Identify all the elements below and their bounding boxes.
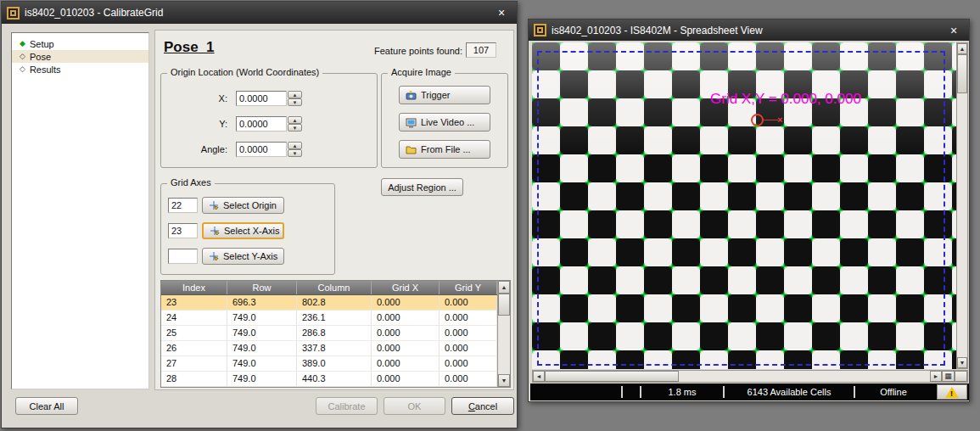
spreadsheet-window-titlebar[interactable]: is8402_010203 - IS8402M - Spreadsheet Vi… bbox=[529, 20, 969, 41]
scroll-right-icon[interactable]: ► bbox=[930, 371, 942, 382]
y-spinner[interactable]: ▲ ▼ bbox=[288, 116, 302, 132]
status-separator bbox=[640, 386, 641, 398]
select-x-axis-button[interactable]: Select X-Axis bbox=[202, 222, 284, 239]
cell-grid-x: 0.000 bbox=[372, 372, 440, 386]
cell-grid-y: 0.000 bbox=[440, 311, 497, 325]
sidebar-item-label: Pose bbox=[30, 52, 51, 62]
angle-spinner[interactable]: ▲ ▼ bbox=[288, 142, 302, 157]
table-row[interactable]: 25 749.0 286.8 0.000 0.000 bbox=[161, 326, 510, 341]
cancel-label: Cancel bbox=[468, 401, 497, 411]
cell-grid-y: 0.000 bbox=[440, 372, 497, 386]
table-row[interactable]: 23 696.3 802.8 0.000 0.000 bbox=[161, 295, 510, 311]
feature-points-label: Feature points found: bbox=[347, 46, 462, 56]
spin-down-icon[interactable]: ▼ bbox=[288, 98, 302, 106]
x-spinner[interactable]: ▲ ▼ bbox=[288, 91, 302, 106]
live-video-icon bbox=[406, 117, 417, 128]
close-icon[interactable]: × bbox=[944, 22, 964, 39]
warning-icon: ! bbox=[945, 387, 959, 398]
origin-index-field[interactable]: 22 bbox=[168, 198, 198, 213]
warning-button[interactable]: ! bbox=[937, 384, 967, 400]
column-header-grid-y: Grid Y bbox=[440, 281, 497, 294]
scroll-down-icon[interactable]: ▼ bbox=[957, 357, 967, 368]
angle-label: Angle: bbox=[161, 144, 227, 154]
scroll-up-icon[interactable]: ▲ bbox=[957, 43, 967, 54]
spin-up-icon[interactable]: ▲ bbox=[288, 142, 302, 149]
cell-grid-x: 0.000 bbox=[372, 326, 440, 340]
origin-location-group: Origin Location (World Coordinates) X: 0… bbox=[160, 73, 378, 168]
table-scrollbar[interactable]: ▲ ▼ bbox=[497, 281, 510, 387]
cell-index: 28 bbox=[161, 372, 227, 386]
page-title: Pose 1 bbox=[164, 39, 215, 56]
setup-tree: ◆ Setup ◇ Pose ◇ Results bbox=[11, 32, 149, 389]
image-horizontal-scrollbar[interactable]: ◄ ► ▦ bbox=[532, 370, 968, 383]
scroll-down-icon[interactable]: ▼ bbox=[498, 374, 510, 387]
resize-corner bbox=[955, 371, 967, 382]
scrollbar-thumb[interactable] bbox=[498, 294, 510, 316]
from-file-button[interactable]: From File ... bbox=[399, 140, 490, 159]
cell-column: 440.3 bbox=[297, 372, 372, 386]
select-y-axis-label: Select Y-Axis bbox=[223, 251, 277, 261]
spin-up-icon[interactable]: ▲ bbox=[288, 116, 302, 124]
y-field[interactable]: 0.0000 bbox=[236, 116, 287, 132]
cell-grid-y: 0.000 bbox=[440, 326, 497, 340]
table-row[interactable]: 24 749.0 236.1 0.000 0.000 bbox=[161, 311, 510, 326]
feature-points-value: 107 bbox=[466, 42, 496, 58]
scroll-left-icon[interactable]: ◄ bbox=[533, 371, 545, 382]
image-vertical-scrollbar[interactable]: ▲ ▼ bbox=[956, 42, 968, 369]
live-video-label: Live Video ... bbox=[421, 117, 474, 127]
table-row[interactable]: 27 749.0 389.0 0.000 0.000 bbox=[161, 356, 510, 372]
trigger-button[interactable]: Trigger bbox=[399, 86, 490, 104]
table-header: Index Row Column Grid X Grid Y bbox=[161, 281, 510, 295]
cell-column: 337.8 bbox=[297, 341, 372, 355]
origin-marker-circle bbox=[751, 114, 764, 126]
image-view[interactable]: Grid X,Y = 0.000, 0.000 × bbox=[532, 42, 956, 369]
ok-button: OK bbox=[384, 397, 445, 415]
select-y-axis-button[interactable]: Select Y-Axis bbox=[202, 248, 284, 265]
cell-index: 25 bbox=[161, 326, 227, 340]
cell-grid-y: 0.000 bbox=[440, 341, 497, 355]
spin-up-icon[interactable]: ▲ bbox=[288, 91, 302, 98]
angle-field[interactable]: 0.0000 bbox=[236, 142, 287, 157]
adjust-region-label: Adjust Region ... bbox=[388, 182, 456, 193]
from-file-label: From File ... bbox=[421, 144, 471, 154]
select-point-icon bbox=[209, 200, 219, 210]
table-row[interactable]: 26 749.0 337.8 0.000 0.000 bbox=[161, 341, 510, 356]
adjust-region-button[interactable]: Adjust Region ... bbox=[381, 178, 463, 196]
close-icon[interactable]: × bbox=[491, 4, 512, 21]
desktop: is8402_010203 - CalibrateGrid × ◆ Setup … bbox=[0, 0, 980, 431]
y-axis-index-field[interactable] bbox=[168, 249, 198, 264]
live-video-button[interactable]: Live Video ... bbox=[399, 113, 490, 132]
calibrate-window-titlebar[interactable]: is8402_010203 - CalibrateGrid × bbox=[2, 2, 517, 24]
x-field[interactable]: 0.0000 bbox=[236, 91, 287, 106]
cell-index: 27 bbox=[161, 356, 227, 371]
cell-row: 749.0 bbox=[227, 326, 297, 340]
table-row[interactable]: 28 749.0 440.3 0.000 0.000 bbox=[161, 372, 510, 387]
scrollbar-thumb[interactable] bbox=[957, 54, 967, 93]
select-origin-label: Select Origin bbox=[223, 200, 277, 210]
scrollbar-thumb[interactable] bbox=[545, 371, 679, 382]
clear-all-button[interactable]: Clear All bbox=[15, 397, 78, 415]
sidebar-item-pose[interactable]: ◇ Pose bbox=[12, 50, 148, 63]
sidebar-item-label: Results bbox=[30, 64, 61, 75]
scroll-up-icon[interactable]: ▲ bbox=[498, 281, 510, 294]
pose-panel: Pose 1 Feature points found: 107 Origin … bbox=[154, 30, 514, 390]
spin-down-icon[interactable]: ▼ bbox=[288, 149, 302, 157]
cell-row: 749.0 bbox=[227, 311, 297, 325]
grid-view-icon[interactable]: ▦ bbox=[942, 371, 955, 382]
cell-grid-y: 0.000 bbox=[440, 356, 497, 371]
y-label: Y: bbox=[161, 119, 227, 129]
sidebar-item-results[interactable]: ◇ Results bbox=[12, 63, 148, 76]
cell-index: 23 bbox=[161, 295, 227, 310]
x-axis-index-field[interactable]: 23 bbox=[168, 223, 198, 238]
column-header-grid-x: Grid X bbox=[372, 281, 440, 294]
origin-axis-line bbox=[764, 120, 778, 120]
cancel-button[interactable]: Cancel bbox=[451, 397, 514, 415]
select-origin-button[interactable]: Select Origin bbox=[202, 197, 284, 214]
spin-down-icon[interactable]: ▼ bbox=[288, 124, 302, 132]
status-separator bbox=[621, 386, 623, 398]
calibrate-grid-window: is8402_010203 - CalibrateGrid × ◆ Setup … bbox=[1, 1, 518, 428]
status-segment-empty bbox=[530, 383, 619, 400]
status-separator bbox=[723, 386, 725, 398]
app-icon bbox=[534, 24, 546, 36]
sidebar-item-setup[interactable]: ◆ Setup bbox=[12, 37, 148, 50]
